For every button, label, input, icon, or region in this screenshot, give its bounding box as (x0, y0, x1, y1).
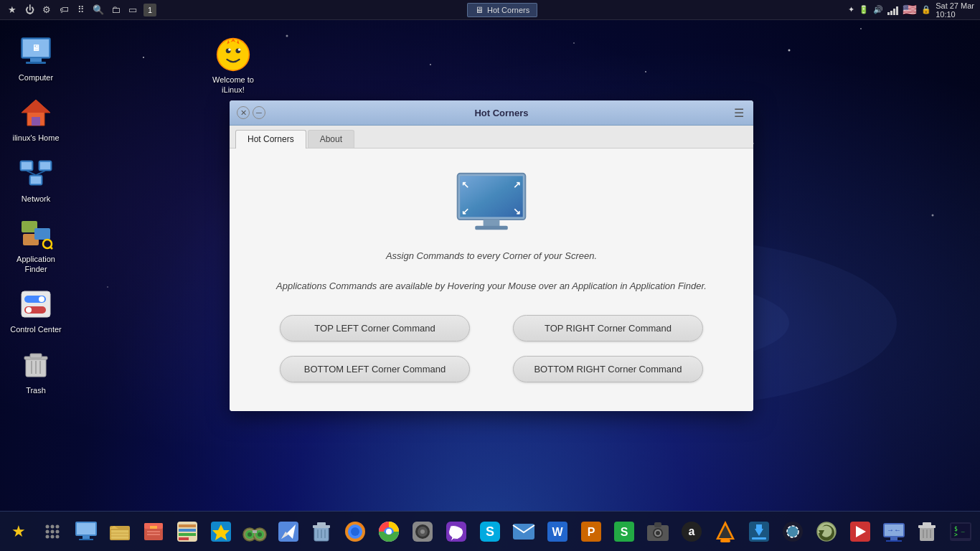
taskbar-bottom: ★ (0, 511, 980, 551)
svg-rect-71 (77, 523, 95, 534)
power-icon[interactable]: ⏻ (23, 4, 36, 17)
svg-point-4 (788, 50, 791, 52)
datetime: Sat 27 Mar 10:10 (936, 1, 974, 19)
dock-camera[interactable] (642, 515, 674, 548)
dock-viber[interactable] (440, 515, 473, 548)
svg-point-64 (46, 529, 50, 533)
dock-music[interactable] (407, 515, 439, 548)
svg-point-138 (787, 526, 798, 537)
settings-icon[interactable]: ⚙ (40, 4, 53, 17)
dock-stripes[interactable] (171, 515, 203, 548)
dock-letter-a[interactable]: a (676, 515, 708, 548)
svg-rect-14 (30, 58, 42, 62)
dock-remote[interactable]: →← (877, 515, 910, 548)
close-button[interactable]: ✕ (237, 106, 250, 119)
svg-marker-19 (22, 100, 50, 113)
dock-forward[interactable] (844, 515, 876, 548)
svg-point-109 (386, 529, 392, 534)
svg-rect-30 (34, 228, 50, 240)
dock-vlc[interactable] (710, 515, 742, 548)
dock-send[interactable] (272, 515, 304, 548)
top-right-corner-button[interactable]: TOP RIGHT Corner Command (513, 315, 703, 342)
desktop-icon-network[interactable]: Network (4, 154, 68, 207)
svg-rect-100 (317, 522, 326, 526)
svg-text:P: P (587, 526, 595, 538)
search-icon[interactable]: 🔍 (92, 4, 105, 17)
svg-rect-136 (756, 524, 762, 532)
bottom-left-corner-button[interactable]: BOTTOM LEFT Corner Command (280, 356, 470, 382)
svg-rect-150 (923, 522, 931, 526)
desktop-icon-computer[interactable]: 🖥 Computer (4, 32, 68, 85)
svg-rect-25 (22, 162, 32, 169)
star-icon[interactable]: ★ (6, 4, 19, 17)
taskbar-top: ★ ⏻ ⚙ 🏷 ⠿ 🔍 🗀 ▭ 1 🖥 Hot Corners ✦ 🔋 🔊 (0, 0, 980, 20)
minimize-button[interactable]: ─ (253, 106, 265, 119)
folder-icon[interactable]: 🗀 (109, 4, 122, 17)
dock-trash[interactable] (306, 515, 338, 548)
svg-point-68 (51, 534, 55, 538)
dock-refresh[interactable] (810, 515, 842, 548)
flag-icon[interactable]: 🇺🇸 (903, 3, 917, 17)
desktop: ★ ⏻ ⚙ 🏷 ⠿ 🔍 🗀 ▭ 1 🖥 Hot Corners ✦ 🔋 🔊 (0, 0, 980, 551)
workspace-indicator[interactable]: 1 (143, 4, 156, 17)
home-label: ilinux's Home (12, 133, 59, 143)
svg-rect-87 (179, 537, 189, 540)
dialog-menu-button[interactable]: ☰ (732, 106, 746, 119)
desktop-icon-trash[interactable]: Trash (4, 345, 68, 398)
dialog-title: Hot Corners (271, 108, 732, 118)
svg-rect-80 (150, 526, 157, 529)
bottom-right-corner-button[interactable]: BOTTOM RIGHT Corner Command (513, 356, 703, 382)
dock-binoculars[interactable] (238, 515, 270, 548)
desktop-icon-app-finder[interactable]: Application Finder (4, 214, 68, 278)
dialog-description: Assign Commands to every Corner of your … (276, 249, 707, 293)
svg-text:S: S (621, 526, 628, 538)
dock-trash2[interactable] (911, 515, 943, 548)
svg-point-128 (656, 531, 660, 535)
dock-word[interactable]: W (541, 515, 573, 548)
welcome-icon (216, 37, 250, 72)
volume-icon[interactable]: 🔊 (873, 5, 883, 14)
dock-firefox[interactable] (339, 515, 372, 548)
svg-point-35 (39, 296, 44, 302)
dock-dots[interactable] (37, 515, 69, 548)
tab-hot-corners[interactable]: Hot Corners (235, 130, 306, 149)
svg-line-32 (50, 247, 52, 249)
svg-point-69 (56, 534, 60, 538)
display-icon[interactable]: ▭ (126, 4, 139, 17)
active-window-button[interactable]: 🖥 Hot Corners (467, 3, 537, 17)
desktop-icon-welcome[interactable]: Welcome to iLinux! (201, 34, 265, 98)
dock-chrome[interactable] (373, 515, 405, 548)
desktop-icon-home[interactable]: ilinux's Home (4, 93, 68, 146)
svg-rect-26 (40, 162, 50, 169)
svg-text:🖥: 🖥 (32, 43, 40, 53)
svg-point-62 (51, 524, 55, 528)
tab-about[interactable]: About (308, 130, 354, 148)
tag-icon[interactable]: 🏷 (57, 4, 70, 17)
bluetooth-icon[interactable]: ✦ (848, 5, 854, 14)
dock-sheets[interactable]: S (608, 515, 641, 548)
dock-skype[interactable]: S (473, 515, 506, 548)
app-finder-icon (19, 217, 53, 251)
svg-point-5 (860, 28, 862, 29)
computer-icon: 🖥 (19, 35, 53, 70)
dock-downloader[interactable] (743, 515, 776, 548)
dock-archive[interactable] (138, 515, 170, 548)
dock-mail[interactable] (507, 515, 540, 548)
battery-icon[interactable]: 🔋 (859, 5, 869, 14)
dock-presentation[interactable]: P (575, 515, 607, 548)
svg-point-63 (56, 524, 60, 528)
svg-rect-40 (30, 354, 42, 358)
dock-steam[interactable] (776, 515, 809, 548)
grid-icon[interactable]: ⠿ (75, 4, 88, 17)
dock-file-manager[interactable] (104, 515, 136, 548)
svg-rect-133 (720, 540, 730, 542)
control-center-icon (19, 287, 53, 321)
dock-monitor[interactable] (70, 515, 103, 548)
dock-terminal[interactable]: $ _ > (945, 515, 977, 548)
top-left-corner-button[interactable]: TOP LEFT Corner Command (280, 315, 470, 342)
dock-star[interactable]: ★ (3, 515, 35, 548)
desktop-icon-control-center[interactable]: Control Center (4, 284, 68, 337)
lock-icon[interactable]: 🔒 (921, 5, 931, 14)
svg-text:↖: ↖ (461, 179, 469, 190)
dock-app-store[interactable] (204, 515, 237, 548)
